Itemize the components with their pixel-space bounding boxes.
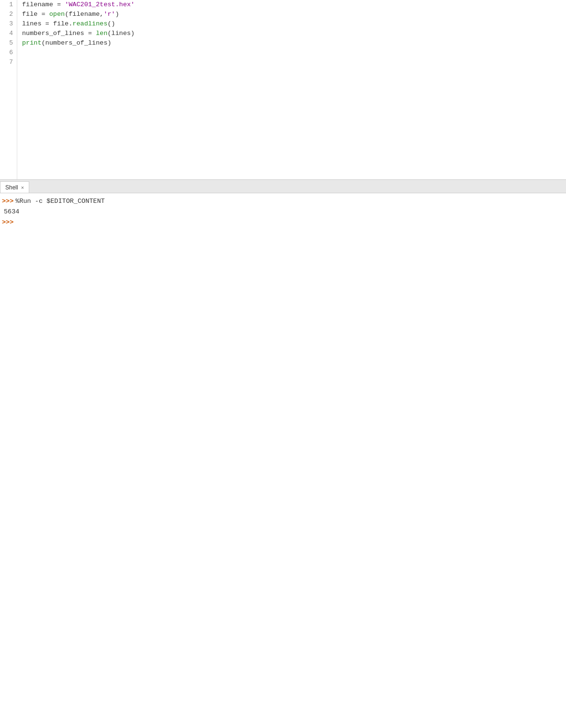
code-line: file = open(filename,'r') (22, 10, 566, 19)
code-line (22, 48, 566, 58)
code-line: filename = 'WAC201_2test.hex' (22, 0, 566, 10)
code-line: lines = file.readlines() (22, 19, 566, 29)
code-token: numbers_of_lines (22, 30, 84, 37)
shell-output: 5634 (2, 207, 564, 217)
code-token: open (49, 11, 65, 18)
shell-prompt-2: >>> (2, 217, 13, 228)
shell-tab[interactable]: Shell × (0, 181, 29, 193)
code-area[interactable]: filename = 'WAC201_2test.hex'file = open… (17, 0, 566, 179)
code-token: = (53, 1, 65, 8)
line-number: 4 (9, 29, 13, 38)
editor-pane: 1234567 filename = 'WAC201_2test.hex'fil… (0, 0, 566, 180)
shell-prompt-line-2: >>> (2, 217, 564, 228)
code-token: = (84, 30, 96, 37)
code-line: print(numbers_of_lines) (22, 38, 566, 48)
shell-command-line: >>> %Run -c $EDITOR_CONTENT (2, 196, 564, 207)
code-token: print (22, 39, 42, 47)
shell-prompt-1: >>> (2, 196, 13, 207)
line-number: 5 (9, 38, 13, 48)
code-token: filename (22, 1, 53, 8)
code-token: ) (115, 11, 119, 18)
shell-tab-close[interactable]: × (21, 185, 24, 190)
code-token: readlines (72, 20, 107, 27)
line-number: 3 (9, 19, 13, 29)
code-line: numbers_of_lines = len(lines) (22, 29, 566, 38)
code-token: 'WAC201_2test.hex' (65, 1, 135, 8)
code-token: lines (22, 20, 42, 27)
code-token: = (37, 11, 49, 18)
code-token: = file. (42, 20, 73, 27)
line-number: 2 (9, 10, 13, 19)
shell-pane[interactable]: >>> %Run -c $EDITOR_CONTENT 5634 >>> (0, 193, 566, 728)
code-token: () (107, 20, 115, 27)
line-number: 7 (9, 58, 13, 67)
shell-tab-label: Shell (5, 184, 18, 191)
code-token: (lines) (107, 30, 135, 37)
shell-command-text: %Run -c $EDITOR_CONTENT (15, 196, 104, 207)
code-token: 'r' (104, 11, 115, 18)
code-line (22, 58, 566, 67)
line-number: 1 (9, 0, 13, 10)
code-token: len (96, 30, 107, 37)
line-number: 6 (9, 48, 13, 58)
line-numbers: 1234567 (0, 0, 17, 179)
shell-tab-bar: Shell × (0, 180, 566, 193)
code-token: file (22, 11, 37, 18)
code-token: (numbers_of_lines) (42, 39, 112, 47)
code-token: (filename, (65, 11, 104, 18)
